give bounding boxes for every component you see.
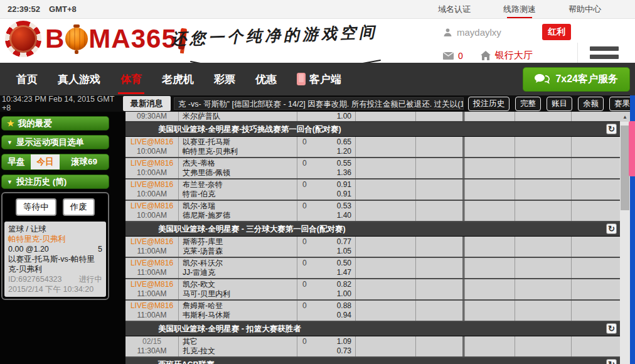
match-time: 10:00AM: [125, 168, 178, 178]
empty-odds-cell: [355, 301, 415, 321]
bet-history-filters: 等待中作废: [4, 198, 106, 216]
odds-cell[interactable]: 0.651.20: [320, 137, 355, 157]
customer-service-label: 7x24客户服务: [555, 73, 618, 86]
odds-cell[interactable]: 1.090.73: [320, 336, 355, 356]
odds-value-2: 0.73: [320, 346, 351, 356]
subbar-button-0[interactable]: 投注历史: [468, 97, 510, 111]
nav-item-5[interactable]: 优惠: [245, 63, 287, 95]
nav-item-1[interactable]: 真人游戏: [48, 63, 110, 95]
bet-placed-time: 2015/2/14 下午 10:34:20: [8, 284, 102, 294]
scrollbar-thumb[interactable]: [621, 126, 629, 210]
refresh-icon[interactable]: ↻: [606, 359, 617, 364]
teams-cell: 布兰登-奈特特雷-伯克: [178, 179, 297, 200]
subbar-button-3[interactable]: 余额: [578, 97, 604, 111]
odds-cell[interactable]: 0.821.00: [320, 279, 355, 299]
match-tag: LIVE@M816: [125, 137, 178, 147]
filter-button-0[interactable]: 等待中: [16, 198, 56, 216]
empty-odds-cell: [571, 279, 620, 299]
bet-history-panel: 等待中作废 篮球 / 让球 帕特里克-贝弗利 0.00 @1.20 5 以赛亚-…: [1, 192, 109, 300]
odds-value-2: 0.94: [320, 311, 351, 320]
bank-icon: [481, 51, 491, 60]
handicap-cell: 0: [297, 158, 320, 178]
chat-bubbles-icon: [535, 74, 550, 85]
refresh-icon[interactable]: ↻: [606, 124, 617, 134]
team-name-1: 布兰登-奈特: [183, 180, 297, 190]
odds-table-body: 美国职业篮球-全明星赛-技巧挑战赛第一回合(配对赛)↻LIVE@M81610:0…: [125, 122, 620, 364]
nav-item-2[interactable]: 体育: [110, 63, 152, 95]
topbar-link-1[interactable]: 线路测速: [503, 4, 536, 15]
mail-icon[interactable]: [443, 52, 454, 60]
odds-value-1: 0.82: [320, 280, 351, 289]
empty-odds-cell: [415, 301, 464, 321]
odds-value-1: 0.55: [320, 159, 351, 168]
partial-match-row: 09:30AM 米尔萨普队 1.00: [125, 112, 620, 122]
sidebar-item-sports-menu[interactable]: ▼ 显示运动项目选单: [1, 135, 109, 149]
empty-odds-cell: [464, 112, 515, 121]
empty-odds-cell: [571, 336, 620, 356]
nav-item-label: 优惠: [255, 72, 277, 87]
site-logo[interactable]: B O MA365: [5, 21, 186, 57]
clock-time: 22:39:52: [8, 4, 40, 14]
tab-滚球69[interactable]: 滚球69: [60, 154, 109, 169]
mail-count[interactable]: 0: [458, 51, 463, 61]
sidebar-item-bet-history[interactable]: ▼ 投注历史 (简): [1, 174, 109, 189]
team-name-1: 凯尔-科沃尔: [183, 259, 297, 268]
nav-item-label: 真人游戏: [58, 72, 100, 87]
nav-item-6[interactable]: 客户端: [287, 63, 351, 95]
time-cell: LIVE@M81611:00AM: [125, 301, 178, 321]
nav-item-0[interactable]: 首页: [6, 63, 48, 95]
empty-odds-cell: [571, 301, 620, 321]
team-name-2: 艾弗里德-佩顿: [183, 168, 297, 178]
bonus-badge[interactable]: 红利: [542, 24, 571, 40]
odds-cell[interactable]: 0.771.05: [320, 237, 355, 257]
username[interactable]: maydaylxy: [457, 27, 501, 38]
refresh-icon[interactable]: ↻: [606, 323, 617, 334]
odds-cell[interactable]: 0.501.47: [320, 258, 355, 278]
tab-今日[interactable]: 今日: [31, 154, 60, 169]
side-widget-pink-strip[interactable]: [629, 121, 635, 176]
filter-button-1[interactable]: 作废: [63, 198, 95, 216]
time-cell: LIVE@M81610:00AM: [125, 201, 178, 221]
empty-odds-cell: [464, 237, 515, 257]
user-icon: [443, 28, 452, 37]
topbar-link-0[interactable]: 域名认证: [438, 4, 471, 15]
bet-history-title: 投注历史 (简): [16, 176, 67, 188]
match-row: LIVE@M81610:00AM以赛亚-托马斯帕特里克-贝弗利00.651.20: [125, 137, 620, 158]
odds-cell[interactable]: 0.551.36: [320, 158, 355, 178]
logo-rest: MA365: [88, 24, 176, 54]
odds-cell[interactable]: 0.880.94: [320, 301, 355, 321]
subbar-button-1[interactable]: 完整: [515, 97, 541, 111]
team-name-2: 韦斯利-马休斯: [183, 311, 297, 320]
match-tag: LIVE@M816: [125, 180, 178, 190]
odds-cell[interactable]: 0.531.40: [320, 201, 355, 221]
bank-hall-link[interactable]: 银行大厅: [495, 50, 533, 62]
empty-odds-cell: [515, 301, 571, 321]
subbar: 10:34:23 PM Feb 14, 2015 GMT +8 最新消息 克 -…: [0, 95, 635, 112]
scroll-up-arrow-icon[interactable]: ▲: [620, 112, 630, 122]
league-header: 美国职业篮球-全明星赛-技巧挑战赛第一回合(配对赛)↻: [125, 122, 620, 137]
match-row: LIVE@M81611:00AM斯蒂芬-库里克莱-汤普森00.771.05: [125, 237, 620, 258]
topbar-link-2[interactable]: 帮助中心: [568, 4, 601, 15]
empty-odds-cell: [515, 279, 571, 299]
handicap-cell: 0: [297, 237, 320, 257]
customer-service-button[interactable]: 7x24客户服务: [523, 67, 630, 92]
empty-odds-cell: [464, 336, 515, 356]
nav-item-3[interactable]: 老虎机: [152, 63, 204, 95]
empty-odds-cell: [464, 201, 515, 221]
bet-stake-odds: 0.00 @1.20: [8, 244, 49, 254]
news-label[interactable]: 最新消息: [123, 96, 171, 111]
odds-cell[interactable]: 0.910.91: [320, 179, 355, 200]
odds-value[interactable]: 1.00: [320, 112, 355, 121]
sidebar-item-favorites[interactable]: ★ 我的最爱: [1, 116, 109, 131]
main-area: ★ 我的最爱 ▼ 显示运动项目选单 早盘今日滚球69 ▼ 投注历史 (简) 等待…: [0, 112, 635, 364]
tab-早盘[interactable]: 早盘: [2, 154, 31, 169]
teams-cell: 杰夫-蒂格艾弗里德-佩顿: [178, 158, 297, 178]
match-time: 11:00AM: [125, 311, 178, 320]
nav-item-4[interactable]: 彩票: [204, 63, 245, 95]
subbar-button-2[interactable]: 账目: [547, 97, 572, 111]
site-tagline: 还您一个纯净的游戏空间: [171, 21, 378, 49]
odds-value-2: 1.20: [320, 147, 351, 156]
empty-odds-cell: [415, 279, 464, 299]
time-cell: LIVE@M81611:00AM: [125, 237, 178, 257]
refresh-icon[interactable]: ↻: [606, 223, 617, 234]
